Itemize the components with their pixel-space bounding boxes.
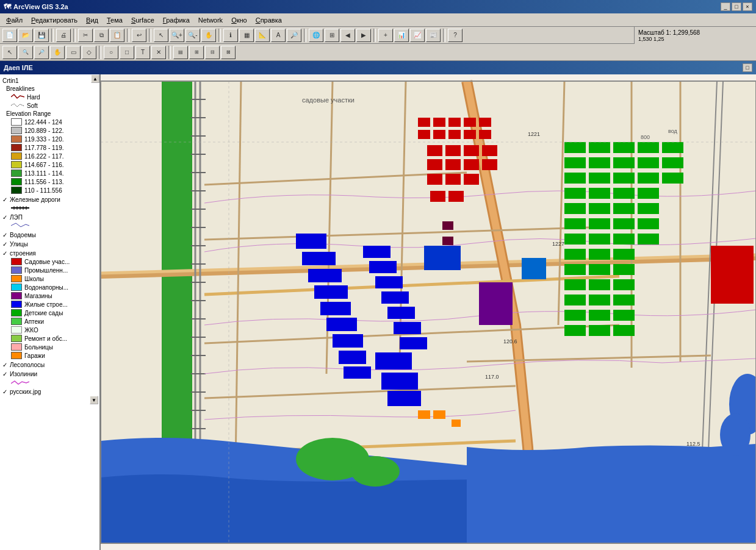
legend-elev5[interactable]: 116.222 - 117. bbox=[1, 152, 98, 160]
legend-breaklines[interactable]: Breaklines bbox=[1, 85, 98, 93]
btn-pointer[interactable]: ↖ bbox=[154, 29, 168, 42]
legend-streets[interactable]: ✓ Улицы bbox=[1, 240, 98, 248]
legend-shop[interactable]: Магазины bbox=[1, 291, 98, 300]
btn-paste[interactable]: 📋 bbox=[110, 29, 124, 42]
legend-panel[interactable]: ▲ Crtin1 Breaklines Hard Soft bbox=[0, 74, 101, 550]
legend-hospital[interactable]: Больницы bbox=[1, 343, 98, 351]
legend-repair[interactable]: Ремонт и обс... bbox=[1, 334, 98, 343]
svg-rect-81 bbox=[638, 142, 659, 153]
btn-identify[interactable]: ℹ bbox=[223, 29, 238, 42]
map-svg: садовые участки 1221 1227 120.6 117.0 11… bbox=[101, 74, 756, 550]
legend-isolines[interactable]: ✓ Изолинии bbox=[1, 370, 98, 378]
btn-draw-zoom-out[interactable]: 🔎 bbox=[34, 46, 49, 59]
legend-waterobj[interactable]: Водонапорны... bbox=[1, 283, 98, 291]
btn-save[interactable]: 💾 bbox=[34, 29, 49, 42]
maximize-button[interactable]: □ bbox=[732, 2, 741, 11]
scroll-up-arrow[interactable]: ▲ bbox=[91, 74, 99, 83]
legend-buildings[interactable]: ✓ строения bbox=[1, 249, 98, 257]
btn-draw-pan[interactable]: ✋ bbox=[50, 46, 65, 59]
svg-rect-78 bbox=[564, 142, 586, 153]
legend-elev9[interactable]: 110 - 111.556 bbox=[1, 186, 98, 195]
btn-help[interactable]: ? bbox=[448, 29, 463, 42]
svg-text:117.0: 117.0 bbox=[485, 374, 499, 380]
btn-table[interactable]: 📊 bbox=[394, 29, 409, 42]
btn-pan[interactable]: ✋ bbox=[201, 29, 216, 42]
menu-file[interactable]: Файл bbox=[2, 15, 26, 25]
btn-draw-vertex[interactable]: ◇ bbox=[82, 46, 96, 59]
btn-undo[interactable]: ↩ bbox=[132, 29, 146, 42]
btn-chart[interactable]: 📈 bbox=[410, 29, 425, 42]
btn-new[interactable]: 📄 bbox=[2, 29, 17, 42]
btn-find[interactable]: 🔎 bbox=[287, 29, 301, 42]
legend-elev2[interactable]: 120.889 - 122. bbox=[1, 126, 98, 135]
btn-text-tool[interactable]: T bbox=[135, 46, 150, 59]
menu-theme[interactable]: Тема bbox=[103, 15, 126, 25]
legend-elev1[interactable]: 122.444 - 124 bbox=[1, 118, 98, 126]
btn-zoom-out[interactable]: 🔍- bbox=[185, 29, 200, 42]
btn-draw-pointer[interactable]: ↖ bbox=[2, 46, 17, 59]
btn-rect[interactable]: □ bbox=[120, 46, 134, 59]
btn-circle[interactable]: ○ bbox=[104, 46, 118, 59]
btn-layout[interactable]: 📰 bbox=[426, 29, 441, 42]
btn-open[interactable]: 📂 bbox=[18, 29, 33, 42]
legend-railways[interactable]: ✓ Железные дороги bbox=[1, 196, 98, 204]
btn-measure[interactable]: 📐 bbox=[255, 29, 270, 42]
btn-copy[interactable]: ⧉ bbox=[94, 29, 109, 42]
legend-raster[interactable]: ✓ русских.jpg bbox=[1, 388, 98, 396]
menu-edit[interactable]: Редактировать bbox=[27, 15, 81, 25]
btn-extent-next[interactable]: ▶ bbox=[356, 29, 371, 42]
view-maximize-button[interactable]: □ bbox=[743, 63, 752, 72]
menu-view[interactable]: Вид bbox=[82, 15, 102, 25]
legend-pharm[interactable]: Аптеки bbox=[1, 317, 98, 326]
view-controls[interactable]: □ bbox=[743, 63, 752, 72]
btn-extent-prev[interactable]: ◀ bbox=[340, 29, 355, 42]
minimize-button[interactable]: _ bbox=[721, 2, 730, 11]
legend-forestbelt[interactable]: ✓ Лесополосы bbox=[1, 361, 98, 369]
btn-extent-all[interactable]: ⊞ bbox=[325, 29, 339, 42]
legend-elevation-range[interactable]: Elevation Range bbox=[1, 110, 98, 118]
menu-network[interactable]: Network bbox=[195, 15, 226, 25]
legend-soft[interactable]: Soft bbox=[1, 101, 98, 110]
legend-elev6[interactable]: 114.667 - 116. bbox=[1, 160, 98, 169]
btn-delete-feature[interactable]: ✕ bbox=[151, 46, 166, 59]
svg-rect-158 bbox=[522, 258, 546, 279]
btn-print[interactable]: 🖨 bbox=[56, 29, 71, 42]
menu-graphics[interactable]: Графика bbox=[159, 15, 193, 25]
legend-elev8[interactable]: 111.556 - 113. bbox=[1, 177, 98, 186]
legend-garage[interactable]: Гаражи bbox=[1, 351, 98, 360]
legend-water[interactable]: ✓ Водоемы bbox=[1, 231, 98, 239]
scroll-down-arrow[interactable]: ▼ bbox=[90, 396, 98, 404]
legend-garden[interactable]: Садовые учас... bbox=[1, 257, 98, 266]
map-area[interactable]: садовые участки 1221 1227 120.6 117.0 11… bbox=[101, 74, 756, 550]
btn-tool3[interactable]: ⊟ bbox=[205, 46, 220, 59]
legend-lep[interactable]: ✓ ЛЭП bbox=[1, 213, 98, 221]
close-button[interactable]: × bbox=[743, 2, 752, 11]
btn-draw-select[interactable]: ▭ bbox=[66, 46, 81, 59]
svg-text:1221: 1221 bbox=[528, 131, 540, 137]
btn-tool2[interactable]: ⊞ bbox=[189, 46, 204, 59]
btn-cut[interactable]: ✂ bbox=[78, 29, 93, 42]
menu-surface[interactable]: Surface bbox=[128, 15, 158, 25]
legend-elev3[interactable]: 119.333 - 120. bbox=[1, 135, 98, 143]
btn-label[interactable]: A bbox=[271, 29, 286, 42]
menu-window[interactable]: Окно bbox=[228, 15, 251, 25]
btn-select[interactable]: ▦ bbox=[239, 29, 254, 42]
legend-industrial[interactable]: Промышленн... bbox=[1, 266, 98, 274]
legend-kinder[interactable]: Детские сады bbox=[1, 309, 98, 317]
legend-elev7[interactable]: 113.111 - 114. bbox=[1, 169, 98, 177]
legend-school[interactable]: Школы bbox=[1, 274, 98, 283]
legend-crtin1[interactable]: Crtin1 bbox=[1, 77, 98, 85]
legend-jko[interactable]: ЖКО bbox=[1, 326, 98, 334]
window-controls[interactable]: _ □ × bbox=[721, 2, 752, 11]
btn-zoom-in[interactable]: 🔍+ bbox=[170, 29, 184, 42]
menu-help[interactable]: Справка bbox=[252, 15, 286, 25]
btn-tool4[interactable]: ⊠ bbox=[221, 46, 236, 59]
legend-resid[interactable]: Жилые строе... bbox=[1, 300, 98, 309]
btn-draw-zoom-in[interactable]: 🔍 bbox=[18, 46, 33, 59]
legend-elev4[interactable]: 117.778 - 119. bbox=[1, 143, 98, 152]
svg-rect-74 bbox=[400, 337, 427, 349]
legend-hard[interactable]: Hard bbox=[1, 93, 98, 101]
btn-tool1[interactable]: ▤ bbox=[173, 46, 188, 59]
btn-globe[interactable]: 🌐 bbox=[309, 29, 323, 42]
btn-add-theme[interactable]: + bbox=[378, 29, 393, 42]
